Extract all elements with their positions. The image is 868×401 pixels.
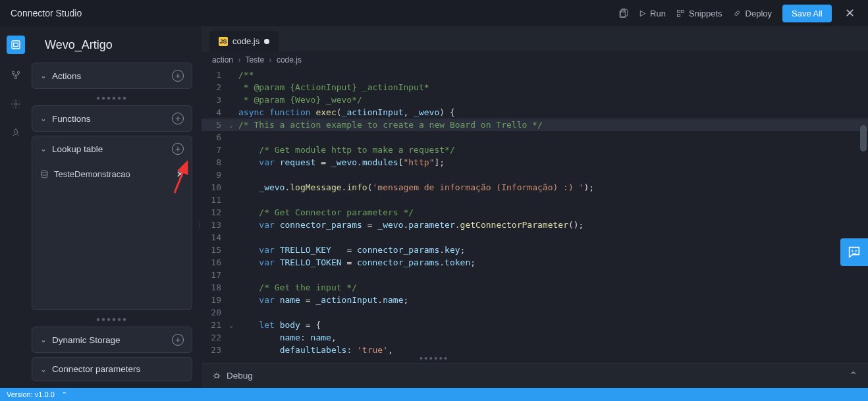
code-line[interactable]: 18 /* Get the input */: [202, 281, 868, 294]
code-text[interactable]: /**: [238, 68, 868, 81]
code-text[interactable]: [238, 269, 868, 281]
fold-icon: [229, 68, 238, 81]
code-line[interactable]: 6: [202, 131, 868, 144]
fold-icon[interactable]: ⌄: [229, 119, 238, 131]
delete-lookup-icon[interactable]: ✕: [176, 169, 184, 179]
code-line[interactable]: 11: [202, 194, 868, 206]
code-text[interactable]: /* Get module http to make a request*/: [238, 144, 868, 156]
version-caret-icon[interactable]: ⌃: [61, 390, 67, 399]
code-text[interactable]: /* Get Connector parameters */: [238, 206, 868, 219]
code-line[interactable]: 16 var TRELLO_TOKEN = connector_params.t…: [202, 256, 868, 269]
panel-header-dynamic-storage[interactable]: ⌄Dynamic Storage +: [32, 327, 192, 352]
add-function-icon[interactable]: +: [172, 113, 184, 124]
support-chat-button[interactable]: [840, 238, 868, 266]
chevron-down-icon: ⌄: [40, 144, 47, 153]
code-line[interactable]: 14: [202, 231, 868, 244]
snippets-button[interactable]: Snippets: [676, 9, 722, 18]
code-line[interactable]: 4async function exec(_actionInput, _wevo…: [202, 106, 868, 119]
code-line[interactable]: 2 * @param {ActionInput} _actionInput*: [202, 81, 868, 94]
svg-point-6: [17, 71, 19, 73]
code-text[interactable]: async function exec(_actionInput, _wevo)…: [238, 106, 868, 119]
panel-header-actions[interactable]: ⌄Actions +: [32, 63, 192, 88]
line-number: 16: [202, 256, 229, 269]
panel-title: Functions: [52, 114, 91, 124]
panel-header-functions[interactable]: ⌄Functions +: [32, 106, 192, 131]
code-editor[interactable]: 1/**2 * @param {ActionInput} _actionInpu…: [202, 68, 868, 363]
code-text[interactable]: defaultLabels: 'true',: [238, 344, 868, 356]
line-number: 2: [202, 81, 229, 94]
add-storage-icon[interactable]: +: [172, 334, 184, 346]
breadcrumb[interactable]: action › Teste › code.js: [202, 51, 868, 68]
code-line[interactable]: 7 /* Get module http to make a request*/: [202, 144, 868, 156]
code-text[interactable]: * @param {ActionInput} _actionInput*: [238, 81, 868, 94]
code-text[interactable]: [238, 231, 868, 244]
fold-icon: [229, 244, 238, 256]
app-title: Connector Studio: [11, 8, 82, 18]
fold-icon: [229, 169, 238, 181]
code-line[interactable]: 17: [202, 269, 868, 281]
fold-icon: [229, 219, 238, 231]
code-line[interactable]: 3 * @param {Wevo} _wevo*/: [202, 94, 868, 106]
code-line[interactable]: 8 var request = _wevo.modules["http"];: [202, 156, 868, 169]
rail-project-icon[interactable]: [7, 36, 25, 54]
code-text[interactable]: /* Get the input */: [238, 281, 868, 294]
drag-handle[interactable]: ●●●●●●: [32, 314, 192, 324]
tab-codejs[interactable]: JS code.js: [209, 31, 279, 51]
panel-functions: ⌄Functions +: [32, 105, 192, 132]
code-text[interactable]: _wevo.logMessage.info('mensagem de infor…: [238, 181, 868, 194]
scrollbar-thumb[interactable]: [860, 125, 867, 151]
code-text[interactable]: var TRELLO_TOKEN = connector_params.toke…: [238, 256, 868, 269]
line-number: 14: [202, 231, 229, 244]
bottom-drag-handle[interactable]: ●●●●●●: [420, 355, 449, 361]
code-text[interactable]: var request = _wevo.modules["http"];: [238, 156, 868, 169]
fold-icon[interactable]: ⌄: [229, 319, 238, 331]
debug-panel-header[interactable]: Debug ⌃: [202, 363, 868, 388]
panel-title: Connector parameters: [52, 364, 140, 374]
code-line[interactable]: 22 name: name,: [202, 331, 868, 344]
code-text[interactable]: name: name,: [238, 331, 868, 344]
svg-point-7: [14, 76, 16, 78]
code-text[interactable]: [238, 169, 868, 181]
code-line[interactable]: 5⌄/* This a action example to create a n…: [202, 119, 868, 131]
lookup-item[interactable]: TesteDemonstracao ✕: [32, 164, 192, 184]
code-line[interactable]: 19 var name = _actionInput.name;: [202, 294, 868, 306]
code-text[interactable]: /* This a action example to create a new…: [238, 119, 868, 131]
rail-rocket-icon[interactable]: [11, 128, 21, 141]
code-text[interactable]: [238, 194, 868, 206]
code-line[interactable]: 9: [202, 169, 868, 181]
code-line[interactable]: 12 /* Get Connector parameters */: [202, 206, 868, 219]
code-text[interactable]: let body = {: [238, 319, 868, 331]
save-all-button[interactable]: Save All: [782, 5, 832, 22]
panel-body-lookup: TesteDemonstracao ✕: [32, 161, 192, 190]
code-line[interactable]: 20: [202, 306, 868, 319]
close-icon[interactable]: ✕: [842, 6, 857, 20]
code-text[interactable]: [238, 131, 868, 144]
code-line[interactable]: 10 _wevo.logMessage.info('mensagem de in…: [202, 181, 868, 194]
drag-handle[interactable]: ●●●●●●: [32, 93, 192, 103]
panel-header-connector-params[interactable]: ⌄Connector parameters: [32, 358, 192, 381]
expand-debug-icon[interactable]: ⌃: [849, 369, 857, 382]
code-line[interactable]: 23 defaultLabels: 'true',: [202, 344, 868, 356]
rail-settings-icon[interactable]: [11, 99, 21, 112]
code-text[interactable]: var name = _actionInput.name;: [238, 294, 868, 306]
code-text[interactable]: var connector_params = _wevo.parameter.g…: [238, 219, 868, 231]
debug-label: Debug: [227, 371, 253, 381]
deploy-button[interactable]: Deploy: [733, 9, 772, 18]
rail-branch-icon[interactable]: [11, 70, 21, 83]
panel-header-lookup[interactable]: ⌄Lookup table +: [32, 136, 192, 161]
run-button[interactable]: Run: [639, 9, 666, 18]
code-line[interactable]: 15 var TRELLO_KEY = connector_params.key…: [202, 244, 868, 256]
code-text[interactable]: var TRELLO_KEY = connector_params.key;: [238, 244, 868, 256]
code-line[interactable]: 13 var connector_params = _wevo.paramete…: [202, 219, 868, 231]
code-line[interactable]: 21⌄ let body = {: [202, 319, 868, 331]
code-text[interactable]: * @param {Wevo} _wevo*/: [238, 94, 868, 106]
status-bar: Version: v1.0.0 ⌃: [0, 388, 868, 401]
code-line[interactable]: 1/**: [202, 68, 868, 81]
clipboard-icon[interactable]: [619, 9, 628, 18]
fold-icon: [229, 144, 238, 156]
add-lookup-icon[interactable]: +: [172, 143, 184, 155]
add-action-icon[interactable]: +: [172, 70, 184, 82]
code-text[interactable]: [238, 306, 868, 319]
editor-area: JS code.js action › Teste › code.js 1/**…: [202, 26, 868, 388]
line-number: 10: [202, 181, 229, 194]
